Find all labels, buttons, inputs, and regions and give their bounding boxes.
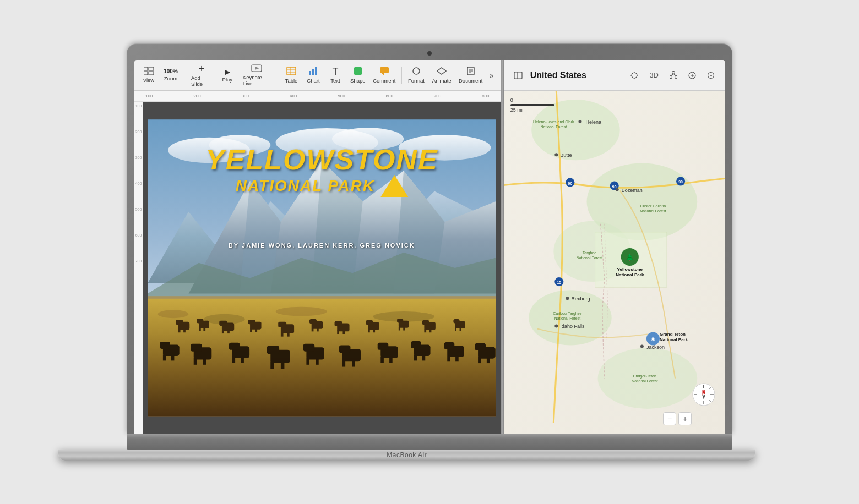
svg-rect-49 <box>219 321 227 326</box>
maps-content[interactable]: 90 90 90 15 <box>504 91 725 434</box>
sidebar-icon <box>514 72 523 79</box>
comment-button[interactable]: Comment <box>371 65 398 85</box>
ruler-marks: 100 200 300 400 500 600 700 800 <box>145 94 490 98</box>
svg-rect-3 <box>149 72 154 75</box>
add-slide-icon: + <box>199 64 205 74</box>
svg-rect-50 <box>222 330 224 333</box>
svg-rect-93 <box>229 343 240 350</box>
table-button[interactable]: Table <box>281 65 301 85</box>
svg-rect-0 <box>144 67 148 70</box>
svg-rect-102 <box>306 358 309 365</box>
maps-title: United States <box>530 70 623 80</box>
svg-point-156 <box>578 120 581 123</box>
zoom-in-button[interactable]: + <box>678 412 692 425</box>
svg-rect-77 <box>422 320 430 325</box>
svg-line-134 <box>671 74 673 76</box>
slide[interactable]: YELLOWSTONE NATIONAL PARK BY JAMIE WONG,… <box>148 106 496 430</box>
svg-rect-13 <box>354 67 362 75</box>
screen-bezel: View 100% Zoom + Add Slide ▶ <box>127 43 732 434</box>
maps-3d-button[interactable]: 3D <box>646 69 662 81</box>
svg-text:Custer Gallatin: Custer Gallatin <box>640 204 665 208</box>
3d-label: 3D <box>649 71 659 79</box>
chart-button[interactable]: Chart <box>303 65 323 85</box>
more-icon: » <box>490 71 494 80</box>
svg-rect-78 <box>424 329 426 333</box>
svg-rect-51 <box>227 330 230 333</box>
svg-text:🌲: 🌲 <box>626 253 634 261</box>
svg-rect-103 <box>316 358 319 365</box>
svg-rect-63 <box>317 328 319 332</box>
svg-rect-90 <box>194 358 197 365</box>
keynote-live-icon <box>251 64 262 73</box>
document-button[interactable]: Document <box>456 65 485 85</box>
svg-point-164 <box>554 324 558 327</box>
maps-more-button[interactable] <box>704 69 718 81</box>
add-map-icon <box>688 72 696 79</box>
ruler-mark: 500 <box>338 94 345 98</box>
svg-text:Bozeman: Bozeman <box>621 188 642 193</box>
macbook-base: MacBook Air <box>58 450 755 461</box>
svg-rect-122 <box>478 357 481 363</box>
shape-button[interactable]: Shape <box>347 65 368 85</box>
svg-rect-83 <box>460 327 461 331</box>
more-button[interactable]: » <box>487 69 496 82</box>
svg-text:15: 15 <box>557 281 561 284</box>
svg-rect-53 <box>248 320 255 324</box>
view-button[interactable]: View <box>139 66 159 84</box>
table-label: Table <box>285 78 298 84</box>
svg-text:Targhee: Targhee <box>582 251 596 255</box>
text-button[interactable]: T Text <box>325 65 345 85</box>
add-slide-label: Add Slide <box>191 75 212 87</box>
slide-title-main: YELLOWSTONE <box>165 145 479 174</box>
keynote-live-button[interactable]: Keynote Live <box>240 63 274 87</box>
svg-rect-111 <box>389 357 393 363</box>
toolbar-divider-3 <box>401 67 402 84</box>
zoom-label: Zoom <box>164 75 177 81</box>
svg-rect-73 <box>397 319 403 322</box>
zoom-button[interactable]: 100% Zoom <box>161 68 181 83</box>
svg-rect-98 <box>270 361 274 369</box>
maps-add-button[interactable] <box>685 69 699 81</box>
shape-icon <box>354 67 362 76</box>
map-zoom-controls: − + <box>663 412 692 425</box>
keynote-live-label: Keynote Live <box>243 74 271 86</box>
svg-rect-114 <box>414 354 417 360</box>
svg-rect-94 <box>232 357 236 363</box>
play-button[interactable]: ▶ Play <box>218 67 237 84</box>
svg-rect-109 <box>378 343 389 350</box>
table-icon <box>286 67 296 76</box>
maps-share-button[interactable] <box>666 69 681 82</box>
svg-rect-110 <box>380 357 384 363</box>
svg-point-162 <box>566 297 569 300</box>
document-label: Document <box>459 78 482 84</box>
svg-rect-106 <box>342 360 346 366</box>
svg-rect-59 <box>287 332 290 336</box>
svg-rect-41 <box>176 320 183 325</box>
svg-text:Idaho Falls: Idaho Falls <box>560 324 585 329</box>
svg-text:National Forest: National Forest <box>576 256 602 260</box>
location-icon <box>630 72 638 79</box>
svg-rect-89 <box>191 344 202 352</box>
macbook-frame: View 100% Zoom + Add Slide ▶ <box>127 43 732 461</box>
format-button[interactable]: Format <box>405 65 427 85</box>
zoom-out-button[interactable]: − <box>663 412 676 425</box>
maps-location-button[interactable] <box>627 69 641 81</box>
svg-text:90: 90 <box>568 182 572 185</box>
add-slide-button[interactable]: + Add Slide <box>188 63 215 88</box>
svg-rect-2 <box>144 72 148 75</box>
scale-bar <box>510 104 554 106</box>
svg-text:Caribou-Targhee: Caribou-Targhee <box>553 311 581 316</box>
map-background: 90 90 90 15 <box>504 91 725 434</box>
svg-rect-74 <box>399 327 400 331</box>
maps-sidebar-button[interactable] <box>510 69 526 81</box>
svg-rect-121 <box>475 343 486 350</box>
svg-rect-62 <box>312 328 314 332</box>
zoom-value: 100% <box>164 69 178 74</box>
svg-rect-123 <box>487 357 490 363</box>
compass-svg: N <box>692 382 716 407</box>
animate-button[interactable]: Animate <box>430 65 454 85</box>
svg-point-146 <box>597 348 697 409</box>
format-label: Format <box>408 78 425 84</box>
text-label: Text <box>330 78 340 84</box>
svg-text:90: 90 <box>678 180 683 184</box>
